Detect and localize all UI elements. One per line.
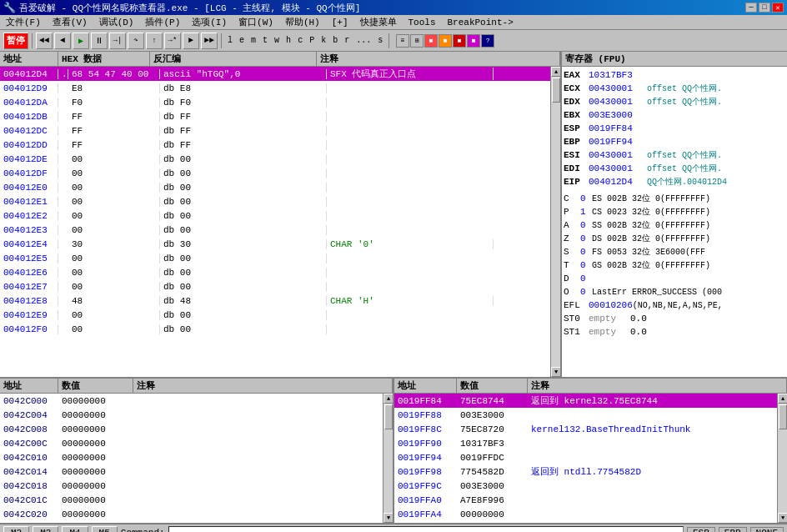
next-button[interactable]: ► bbox=[183, 33, 199, 49]
stack-row[interactable]: 0019FF90 10317BF3 bbox=[394, 436, 777, 450]
disasm-row[interactable]: 004012D9 E8 db E8 bbox=[0, 81, 550, 95]
disasm-row[interactable]: 004012E7 00 db 00 bbox=[0, 279, 550, 294]
run-to[interactable]: →* bbox=[164, 33, 181, 49]
stack-row[interactable]: 0019FF84 75EC8744 返回到 kernel32.75EC8744 bbox=[394, 394, 777, 408]
disasm-row[interactable]: 004012E5 00 db 00 bbox=[0, 251, 550, 265]
stack-scrollbar[interactable]: ▲ ▼ bbox=[777, 394, 787, 523]
disasm-row[interactable]: 004012E3 00 db 00 bbox=[0, 223, 550, 237]
disasm-scroll-thumb[interactable] bbox=[552, 78, 560, 103]
tab-m5[interactable]: M5 bbox=[92, 526, 118, 532]
reg-value[interactable]: 00430001 bbox=[589, 150, 647, 160]
mem-row[interactable]: 0042C000 00000000 bbox=[0, 394, 383, 408]
reg-value[interactable]: 00430001 bbox=[589, 83, 647, 93]
letter-t[interactable]: t bbox=[260, 33, 270, 48]
stack-scroll-thumb[interactable] bbox=[779, 404, 787, 429]
prev-button[interactable]: ◄ bbox=[54, 33, 71, 49]
mem-scrollbar[interactable]: ▲ ▼ bbox=[383, 394, 393, 523]
close-button[interactable]: ✕ bbox=[772, 3, 784, 13]
reg-value[interactable]: 0019FF94 bbox=[589, 137, 647, 147]
mem-scroll-track[interactable] bbox=[383, 404, 393, 513]
menu-help[interactable]: 帮助(H) bbox=[283, 16, 323, 28]
stack-row[interactable]: 0019FF94 0019FFDC bbox=[394, 450, 777, 464]
flag-val[interactable]: 1 bbox=[580, 207, 592, 217]
back-button[interactable]: ◄◄ bbox=[36, 33, 53, 49]
disasm-row[interactable]: 004012D4 . 68 54 47 40 00 ascii "hTGQ",0… bbox=[0, 67, 550, 81]
mem-row[interactable]: 0042C008 00000000 bbox=[0, 422, 383, 436]
menu-window[interactable]: 窗口(W) bbox=[236, 16, 276, 28]
icon-btn-5[interactable]: ■ bbox=[453, 34, 466, 48]
stack-row[interactable]: 0019FFA4 00000000 bbox=[394, 507, 777, 521]
disasm-row[interactable]: 004012E0 00 db 00 bbox=[0, 180, 550, 194]
disasm-row[interactable]: 004012E1 00 db 00 bbox=[0, 194, 550, 208]
efl-value[interactable]: 00010206 bbox=[589, 300, 633, 310]
letter-c[interactable]: c bbox=[295, 33, 305, 48]
disasm-row[interactable]: 004012DB FF db FF bbox=[0, 109, 550, 123]
disasm-row[interactable]: 004012DD FF db FF bbox=[0, 138, 550, 152]
letter-s[interactable]: s bbox=[375, 33, 385, 48]
reg-value[interactable]: 00430001 bbox=[589, 163, 647, 173]
menu-debug[interactable]: 调试(D) bbox=[97, 16, 137, 28]
minimize-button[interactable]: ─ bbox=[745, 3, 757, 13]
disasm-row[interactable]: 004012DC FF db FF bbox=[0, 123, 550, 138]
letter-h[interactable]: h bbox=[283, 33, 293, 48]
disasm-row[interactable]: 004012E2 00 db 00 bbox=[0, 208, 550, 223]
reg-value[interactable]: 10317BF3 bbox=[589, 70, 647, 80]
pause-button[interactable]: ⏸ bbox=[91, 33, 108, 49]
letter-k[interactable]: k bbox=[318, 33, 328, 48]
mem-row[interactable]: 0042C020 00000000 bbox=[0, 507, 383, 521]
menu-plugin[interactable]: 插件(P) bbox=[143, 16, 183, 28]
icon-btn-1[interactable]: ≡ bbox=[396, 34, 409, 48]
stack-scroll-track[interactable] bbox=[778, 404, 787, 513]
disasm-row[interactable]: 004012DE 00 db 00 bbox=[0, 152, 550, 166]
disasm-row[interactable]: 004012E4 30 db 30 CHAR '0' bbox=[0, 237, 550, 251]
step-out[interactable]: ↑ bbox=[146, 33, 163, 49]
flag-val[interactable]: 0 bbox=[580, 220, 592, 230]
letter-w[interactable]: w bbox=[272, 33, 282, 48]
icon-btn-2[interactable]: ⊞ bbox=[410, 34, 424, 48]
tab-m4[interactable]: M4 bbox=[62, 526, 88, 532]
menu-breakpoint[interactable]: BreakPoint-> bbox=[445, 18, 516, 28]
menu-view[interactable]: 查看(V) bbox=[50, 16, 90, 28]
stack-scroll-up[interactable]: ▲ bbox=[778, 394, 787, 404]
stack-row[interactable]: 0019FFA0 A7E8F996 bbox=[394, 493, 777, 507]
disasm-scroll-up[interactable]: ▲ bbox=[551, 67, 560, 77]
reg-value[interactable]: 004012D4 bbox=[589, 177, 647, 187]
flag-val[interactable]: 0 bbox=[580, 260, 592, 270]
reg-value[interactable]: 00430001 bbox=[589, 97, 647, 107]
letter-l[interactable]: l bbox=[225, 33, 235, 48]
stack-row[interactable]: 0019FFA8 00000000 http://blog.csdn.net/P… bbox=[394, 521, 777, 523]
disasm-row[interactable]: 004012DF 00 db 00 bbox=[0, 166, 550, 180]
mem-scroll-up[interactable]: ▲ bbox=[383, 394, 393, 404]
stack-row[interactable]: 0019FF88 003E3000 bbox=[394, 408, 777, 422]
icon-btn-3[interactable]: ■ bbox=[424, 34, 438, 48]
reg-value[interactable]: 003E3000 bbox=[589, 110, 647, 120]
disasm-scroll-down[interactable]: ▼ bbox=[551, 367, 560, 377]
mem-scroll-down[interactable]: ▼ bbox=[383, 513, 393, 523]
icon-btn-4[interactable]: ■ bbox=[439, 34, 452, 48]
reg-value[interactable]: 0019FF84 bbox=[589, 123, 647, 133]
step-into[interactable]: →| bbox=[109, 33, 126, 49]
icon-btn-7[interactable]: ? bbox=[481, 34, 494, 48]
maximize-button[interactable]: □ bbox=[759, 3, 770, 13]
tab-m3[interactable]: M3 bbox=[33, 526, 58, 532]
letter-r[interactable]: r bbox=[342, 33, 352, 48]
icon-btn-6[interactable]: ■ bbox=[467, 34, 480, 48]
stack-row[interactable]: 0019FF8C 75EC8720 kernel132.BaseThreadIn… bbox=[394, 422, 777, 436]
run-button[interactable]: ▶ bbox=[73, 33, 89, 49]
letter-e[interactable]: e bbox=[237, 33, 247, 48]
letter-cap-p[interactable]: P bbox=[307, 33, 317, 48]
flag-val[interactable]: 0 bbox=[580, 274, 592, 284]
stop-button[interactable]: 暂停 bbox=[3, 33, 28, 49]
disasm-scroll-track[interactable] bbox=[551, 77, 560, 367]
letter-dots[interactable]: ... bbox=[353, 33, 373, 48]
menu-shortcuts[interactable]: 快捷菜单 bbox=[358, 16, 399, 28]
step-over[interactable]: ↷ bbox=[128, 33, 144, 49]
stack-row[interactable]: 0019FF98 7754582D 返回到 ntdll.7754582D bbox=[394, 464, 777, 479]
menu-tools[interactable]: Tools bbox=[406, 18, 439, 28]
mem-row[interactable]: 0042C00C 00000000 bbox=[0, 436, 383, 450]
flag-val[interactable]: 0 bbox=[580, 287, 592, 297]
mem-row[interactable]: 0042C014 00000000 bbox=[0, 464, 383, 479]
disasm-row[interactable]: 004012E6 00 db 00 bbox=[0, 265, 550, 279]
stack-scroll-down[interactable]: ▼ bbox=[778, 513, 787, 523]
menu-options[interactable]: 选项(I) bbox=[189, 16, 229, 28]
